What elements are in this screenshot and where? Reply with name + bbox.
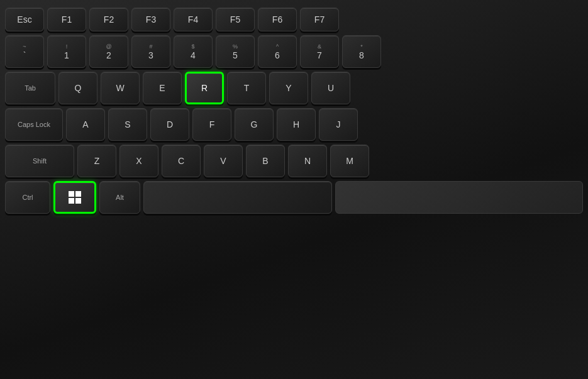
key-f7-label: F7 — [314, 14, 325, 25]
svg-rect-2 — [69, 198, 74, 204]
key-f6-label: F6 — [272, 14, 282, 25]
key-esc[interactable]: Esc — [5, 8, 44, 31]
asdf-row: Caps Lock A S D F G H J — [5, 108, 583, 141]
key-r[interactable]: R — [185, 72, 224, 104]
number-row: ~ ` ! 1 @ 2 # 3 $ 4 % 5 ^ 6 & 7 — [5, 35, 583, 68]
key-h[interactable]: H — [277, 108, 316, 141]
key-capslock[interactable]: Caps Lock — [5, 108, 63, 141]
keyboard: Esc F1 F2 F3 F4 F5 F6 F7 ~ ` ! 1 — [0, 0, 588, 379]
key-q[interactable]: Q — [58, 72, 97, 104]
key-u[interactable]: U — [311, 72, 350, 104]
key-f3[interactable]: F3 — [131, 8, 170, 31]
key-x[interactable]: X — [119, 145, 158, 177]
key-f5-label: F5 — [230, 14, 240, 25]
key-4[interactable]: $ 4 — [174, 35, 213, 68]
key-f[interactable]: F — [192, 108, 231, 141]
key-win[interactable] — [53, 181, 96, 214]
key-ctrl-left[interactable]: Ctrl — [5, 181, 50, 214]
key-n[interactable]: N — [288, 145, 327, 177]
key-e[interactable]: E — [143, 72, 182, 104]
zxcv-row: Shift Z X C V B N M — [5, 145, 583, 177]
key-5[interactable]: % 5 — [216, 35, 255, 68]
key-2[interactable]: @ 2 — [89, 35, 128, 68]
svg-rect-1 — [75, 191, 81, 197]
key-f5[interactable]: F5 — [216, 8, 255, 31]
svg-rect-3 — [75, 198, 81, 204]
qwerty-row: Tab Q W E R T Y U — [5, 72, 583, 104]
key-7[interactable]: & 7 — [300, 35, 339, 68]
svg-rect-0 — [69, 191, 74, 197]
key-space[interactable] — [143, 181, 332, 214]
key-esc-label: Esc — [17, 14, 31, 25]
key-d[interactable]: D — [150, 108, 189, 141]
key-t[interactable]: T — [227, 72, 266, 104]
key-6[interactable]: ^ 6 — [258, 35, 297, 68]
key-f2-label: F2 — [104, 14, 114, 25]
key-f7[interactable]: F7 — [300, 8, 339, 31]
key-j[interactable]: J — [319, 108, 358, 141]
key-f2[interactable]: F2 — [89, 8, 128, 31]
key-c[interactable]: C — [162, 145, 201, 177]
key-f3-label: F3 — [146, 14, 156, 25]
fn-row: Esc F1 F2 F3 F4 F5 F6 F7 — [5, 8, 583, 31]
key-f4-label: F4 — [188, 14, 198, 25]
key-shift-left[interactable]: Shift — [5, 145, 74, 177]
key-f6[interactable]: F6 — [258, 8, 297, 31]
key-z[interactable]: Z — [77, 145, 116, 177]
key-tab[interactable]: Tab — [5, 72, 55, 104]
key-y[interactable]: Y — [269, 72, 308, 104]
key-1[interactable]: ! 1 — [47, 35, 86, 68]
key-v[interactable]: V — [204, 145, 243, 177]
bottom-row: Ctrl Alt — [5, 181, 583, 214]
key-3[interactable]: # 3 — [131, 35, 170, 68]
key-w[interactable]: W — [101, 72, 140, 104]
key-a[interactable]: A — [66, 108, 105, 141]
key-ctrl-label: Ctrl — [22, 194, 33, 201]
key-tab-label: Tab — [25, 84, 36, 92]
key-m[interactable]: M — [330, 145, 369, 177]
key-alt-label: Alt — [116, 194, 124, 201]
key-capslock-label: Caps Lock — [18, 121, 50, 128]
key-f4[interactable]: F4 — [174, 8, 213, 31]
key-b[interactable]: B — [246, 145, 285, 177]
windows-icon — [68, 190, 82, 204]
keyboard-right-cutoff — [335, 181, 583, 214]
key-f1-label: F1 — [62, 14, 72, 25]
key-backtick[interactable]: ~ ` — [5, 35, 44, 68]
key-shift-label: Shift — [33, 157, 47, 165]
key-alt-left[interactable]: Alt — [99, 181, 140, 214]
key-s[interactable]: S — [108, 108, 147, 141]
key-f1[interactable]: F1 — [47, 8, 86, 31]
key-g[interactable]: G — [235, 108, 274, 141]
key-8[interactable]: * 8 — [342, 35, 381, 68]
